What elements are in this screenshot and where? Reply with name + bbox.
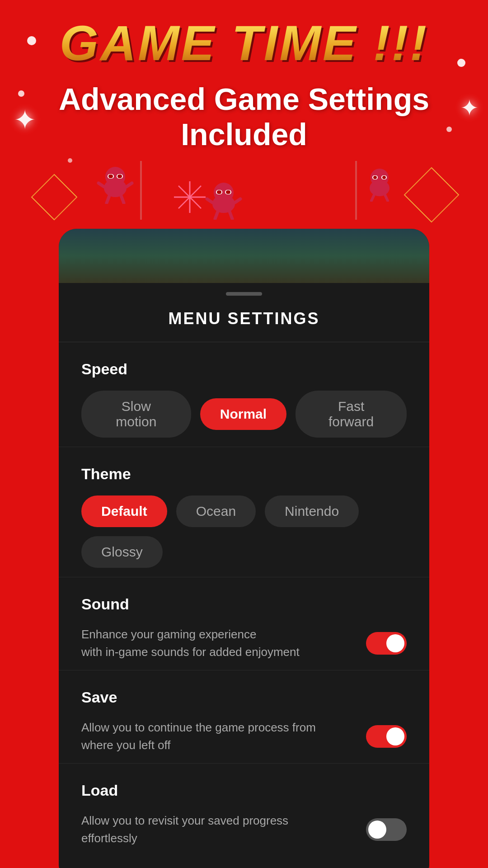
save-label: Save <box>81 689 407 706</box>
theme-ocean-button[interactable]: Ocean <box>176 495 256 527</box>
load-section: Load Allow you to revisit your saved pro… <box>59 764 429 856</box>
svg-line-5 <box>404 195 432 222</box>
sound-section: Sound Enhance your gaming experiencewith… <box>59 577 429 670</box>
svg-rect-11 <box>117 175 122 178</box>
svg-line-13 <box>121 196 124 203</box>
line-right <box>355 161 357 220</box>
load-toggle-row: Allow you to revisit your saved progress… <box>81 812 407 847</box>
svg-line-36 <box>371 195 374 201</box>
panel-bg-preview <box>59 229 429 283</box>
line-left <box>140 161 142 220</box>
subtitle-text: Advanced Game Settings Included <box>27 81 461 152</box>
svg-line-28 <box>207 199 212 203</box>
load-description: Allow you to revisit your saved progress… <box>81 812 357 847</box>
decoration-area <box>0 161 488 220</box>
speed-section: Speed Slow motion Normal Fast forward <box>59 342 429 447</box>
svg-line-26 <box>215 212 218 219</box>
save-description: Allow you to continue the game process f… <box>81 719 357 754</box>
speed-slow-button[interactable]: Slow motion <box>81 391 191 438</box>
svg-rect-25 <box>226 190 230 194</box>
diamond-right <box>402 165 461 224</box>
svg-line-1 <box>54 175 77 197</box>
svg-line-12 <box>107 196 109 203</box>
load-label: Load <box>81 782 407 799</box>
svg-line-27 <box>230 212 232 219</box>
load-toggle[interactable] <box>366 818 407 841</box>
theme-label: Theme <box>81 465 407 483</box>
sound-toggle-slider <box>366 632 407 655</box>
speed-normal-button[interactable]: Normal <box>200 398 286 430</box>
svg-line-29 <box>235 199 240 203</box>
panel-title: MENU SETTINGS <box>59 300 429 342</box>
sparkle-burst <box>172 179 208 215</box>
svg-rect-10 <box>108 175 113 178</box>
svg-marker-0 <box>32 175 77 220</box>
theme-default-button[interactable]: Default <box>81 495 167 527</box>
panel-handle <box>226 292 262 296</box>
theme-nintendo-button[interactable]: Nintendo <box>265 495 359 527</box>
speed-label: Speed <box>81 360 407 378</box>
ninja-left <box>95 163 136 204</box>
save-section: Save Allow you to continue the game proc… <box>59 670 429 764</box>
sound-label: Sound <box>81 595 407 613</box>
theme-glossy-button[interactable]: Glossy <box>81 536 163 568</box>
save-toggle[interactable] <box>366 725 407 748</box>
svg-line-4 <box>432 168 459 195</box>
theme-section: Theme Default Ocean Nintendo Glossy <box>59 447 429 577</box>
theme-buttons: Default Ocean Nintendo Glossy <box>81 495 407 568</box>
svg-line-15 <box>127 183 132 187</box>
svg-marker-3 <box>404 168 459 222</box>
svg-line-2 <box>32 197 54 220</box>
svg-line-14 <box>99 183 104 187</box>
save-toggle-slider <box>366 725 407 748</box>
game-title-section: GAME TIME !!! <box>0 0 488 68</box>
svg-rect-35 <box>382 176 386 179</box>
ninja-center <box>203 179 244 220</box>
game-title: GAME TIME !!! <box>0 18 488 68</box>
sound-toggle[interactable] <box>366 632 407 655</box>
svg-rect-34 <box>373 176 377 179</box>
diamond-left <box>27 170 81 224</box>
save-toggle-row: Allow you to continue the game process f… <box>81 719 407 754</box>
speed-buttons: Slow motion Normal Fast forward <box>81 391 407 438</box>
sound-description: Enhance your gaming experiencewith in-ga… <box>81 626 357 661</box>
ninja-right <box>361 165 398 202</box>
svg-rect-24 <box>217 190 221 194</box>
sound-toggle-row: Enhance your gaming experiencewith in-ga… <box>81 626 407 661</box>
speed-fast-button[interactable]: Fast forward <box>296 391 407 438</box>
svg-line-37 <box>385 195 388 201</box>
subtitle-section: Advanced Game Settings Included <box>0 68 488 161</box>
settings-panel: MENU SETTINGS Speed Slow motion Normal F… <box>59 229 429 868</box>
load-toggle-slider <box>366 818 407 841</box>
